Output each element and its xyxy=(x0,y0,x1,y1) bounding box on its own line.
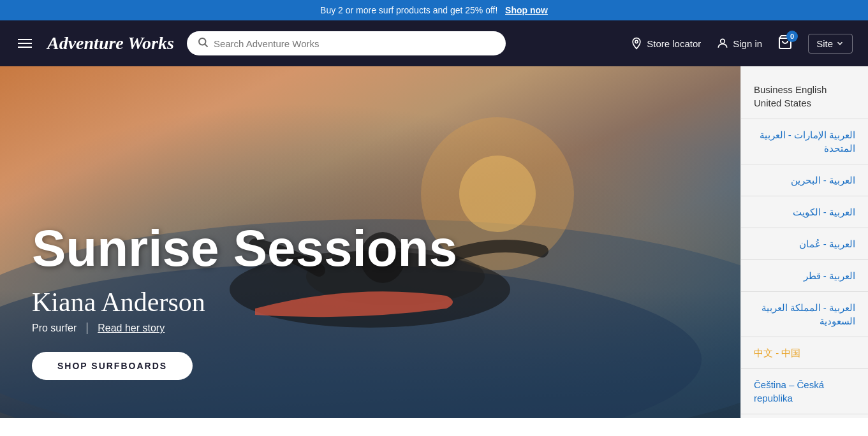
svg-point-0 xyxy=(199,38,206,45)
hero-subtitle-text: Pro surfer xyxy=(32,323,77,334)
site-dropdown-item-3[interactable]: العربية - الكويت xyxy=(741,199,868,225)
search-input[interactable] xyxy=(214,38,496,49)
svg-point-3 xyxy=(721,39,725,43)
site-dropdown-item-6[interactable]: العربية - المملكة العربية السعودية xyxy=(741,294,868,334)
hero-name: Kiana Anderson xyxy=(32,287,457,317)
svg-line-1 xyxy=(205,44,207,47)
site-dropdown: Business English United Statesالعربية ال… xyxy=(740,66,868,418)
hero-section: Sunrise Sessions Kiana Anderson Pro surf… xyxy=(0,66,762,418)
dropdown-divider-1 xyxy=(741,164,868,164)
dropdown-divider-3 xyxy=(741,228,868,228)
sign-in-label: Sign in xyxy=(733,38,762,49)
main-container: Sunrise Sessions Kiana Anderson Pro surf… xyxy=(0,66,868,418)
shop-surfboards-button[interactable]: SHOP SURFBOARDS xyxy=(32,352,193,380)
dropdown-divider-6 xyxy=(741,337,868,337)
hamburger-button[interactable] xyxy=(15,36,34,50)
search-icon xyxy=(197,36,209,50)
chevron-down-icon xyxy=(835,39,844,48)
cart-badge: 0 xyxy=(786,31,798,42)
dropdown-divider-5 xyxy=(741,291,868,292)
header: Adventure Works Store locator Sign in xyxy=(0,20,868,66)
hero-content: Sunrise Sessions Kiana Anderson Pro surf… xyxy=(32,223,457,380)
search-bar xyxy=(187,31,506,55)
read-story-link[interactable]: Read her story xyxy=(98,323,165,334)
dropdown-divider-7 xyxy=(741,368,868,369)
svg-point-2 xyxy=(635,40,638,43)
site-dropdown-item-7[interactable]: 中文 - 中国 xyxy=(741,340,868,366)
site-dropdown-item-2[interactable]: العربية - البحرين xyxy=(741,167,868,193)
promo-link[interactable]: Shop now xyxy=(505,5,548,15)
user-icon xyxy=(716,37,729,50)
store-locator-label: Store locator xyxy=(647,38,701,49)
hero-title: Sunrise Sessions xyxy=(32,223,457,274)
site-dropdown-item-5[interactable]: العربية - قطر xyxy=(741,263,868,289)
cart-button[interactable]: 0 xyxy=(777,34,793,53)
hero-subtitle: Pro surfer Read her story xyxy=(32,323,457,334)
location-icon xyxy=(630,37,643,50)
site-dropdown-item-8[interactable]: Čeština – Česká republika xyxy=(741,372,868,411)
site-label: Site xyxy=(816,38,833,49)
dropdown-divider-0 xyxy=(741,119,868,119)
store-locator-button[interactable]: Store locator xyxy=(630,37,701,50)
promo-banner: Buy 2 or more surf products and get 25% … xyxy=(0,0,868,20)
header-actions: Store locator Sign in 0 Site xyxy=(630,34,853,54)
site-dropdown-item-4[interactable]: العربية - عُمان xyxy=(741,231,868,257)
logo[interactable]: Adventure Works xyxy=(47,33,174,54)
site-dropdown-item-1[interactable]: العربية الإمارات - العربية المتحدة xyxy=(741,122,868,161)
site-selector-button[interactable]: Site xyxy=(808,34,853,54)
sign-in-button[interactable]: Sign in xyxy=(716,37,762,50)
dropdown-divider-8 xyxy=(741,414,868,414)
promo-text: Buy 2 or more surf products and get 25% … xyxy=(320,5,497,15)
site-dropdown-item-9[interactable]: Dansk – Danmark xyxy=(741,417,868,418)
hero-subtitle-divider xyxy=(87,323,87,334)
dropdown-divider-2 xyxy=(741,196,868,196)
dropdown-divider-4 xyxy=(741,259,868,260)
site-dropdown-item-0[interactable]: Business English United States xyxy=(741,76,868,116)
